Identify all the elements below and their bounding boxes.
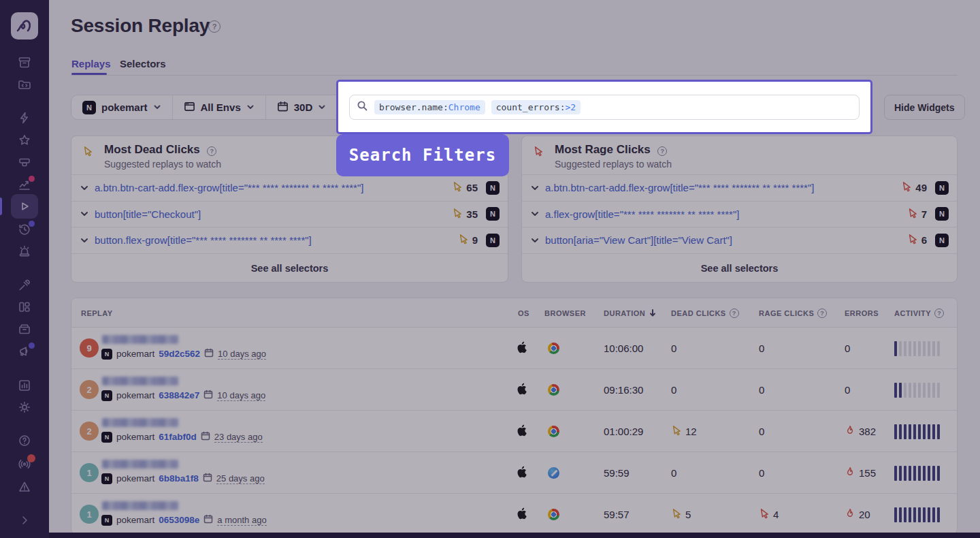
app-window: Session Replay ? Replays Selectors N pok… <box>0 0 980 538</box>
search-filters-spotlight-card: browser.name:Chrome count_errors:>2 <box>336 80 872 134</box>
filter-chip-browser[interactable]: browser.name:Chrome <box>374 100 485 114</box>
filter-chip-count-errors[interactable]: count_errors:>2 <box>491 100 581 114</box>
search-filters-tooltip-label: Search Filters <box>336 134 509 176</box>
search-input[interactable]: browser.name:Chrome count_errors:>2 <box>349 95 860 120</box>
search-icon <box>357 100 368 114</box>
